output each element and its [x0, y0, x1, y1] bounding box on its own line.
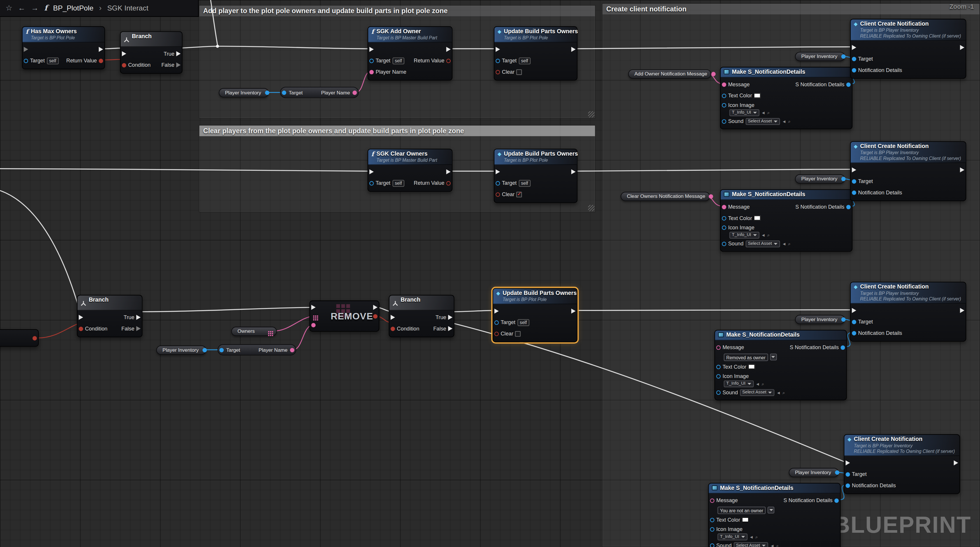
exec-in-pin[interactable]: [852, 45, 856, 50]
breadcrumb-root[interactable]: BP_PlotPole: [53, 4, 93, 12]
use-asset-icon[interactable]: ◄: [756, 382, 760, 386]
sound-pin[interactable]: [722, 119, 726, 123]
item-pin[interactable]: [311, 323, 315, 327]
false-exec-pin[interactable]: [136, 326, 140, 331]
node-client-create-notification-2[interactable]: ◆ Client Create Notification Target is B…: [850, 141, 966, 201]
self-literal[interactable]: self: [517, 319, 529, 326]
notification-details-pin[interactable]: [846, 483, 850, 488]
use-asset-icon[interactable]: ◄: [782, 241, 786, 246]
true-exec-pin[interactable]: [176, 51, 180, 56]
exec-in-pin[interactable]: [24, 47, 28, 52]
exec-out-pin[interactable]: [960, 45, 964, 50]
clear-checkbox[interactable]: [515, 331, 521, 336]
value-out-pin[interactable]: [202, 348, 207, 352]
find-asset-icon[interactable]: ⌕: [788, 119, 791, 123]
color-swatch[interactable]: [754, 93, 761, 98]
target-pin[interactable]: [496, 181, 500, 186]
sound-select[interactable]: Select Asset: [745, 118, 780, 125]
exec-in-pin[interactable]: [369, 169, 374, 174]
target-pin[interactable]: [852, 319, 856, 324]
node-has-max-owners[interactable]: f Has Max Owners Target is BP Plot Pole …: [22, 26, 105, 69]
notification-details-pin[interactable]: [852, 68, 856, 72]
forward-icon[interactable]: →: [31, 4, 39, 12]
node-make-notification-3[interactable]: Make S_NotificationDetails Message S Not…: [714, 330, 847, 400]
pill-owners[interactable]: Owners: [231, 327, 277, 336]
use-asset-icon[interactable]: ◄: [761, 110, 765, 114]
node-sgk-clear-owners[interactable]: f SGK Clear Owners Target is BP Master B…: [368, 149, 453, 192]
exec-in-pin[interactable]: [846, 460, 850, 465]
exec-out-pin[interactable]: [571, 169, 576, 174]
condition-pin[interactable]: [122, 63, 126, 67]
use-asset-icon[interactable]: ◄: [749, 534, 754, 539]
target-pin[interactable]: [369, 181, 374, 186]
texture-select[interactable]: T_Info_UI: [729, 231, 759, 238]
exec-out-pin[interactable]: [571, 47, 576, 52]
value-out-pin[interactable]: [841, 177, 846, 181]
node-client-create-notification-1[interactable]: ◆ Client Create Notification Target is B…: [850, 19, 966, 79]
target-pin[interactable]: [852, 57, 856, 61]
return-value-pin[interactable]: [373, 314, 378, 318]
node-partial-left[interactable]: [0, 329, 39, 347]
exec-in-pin[interactable]: [369, 47, 374, 52]
icon-image-pin[interactable]: [722, 103, 726, 107]
exec-in-pin[interactable]: [495, 309, 499, 314]
return-value-pin[interactable]: [99, 58, 103, 63]
details-out-pin[interactable]: [835, 498, 839, 503]
target-pin[interactable]: [24, 58, 28, 63]
target-pin[interactable]: [852, 179, 856, 183]
text-color-pin[interactable]: [722, 216, 726, 220]
clear-pin[interactable]: [496, 70, 500, 74]
details-out-pin[interactable]: [841, 345, 845, 349]
message-pin[interactable]: [710, 498, 714, 503]
texture-select[interactable]: T_Info_UI: [729, 109, 759, 116]
find-asset-icon[interactable]: ⌕: [783, 390, 785, 395]
node-get-player-name-1[interactable]: Target Player Name: [280, 87, 359, 98]
back-icon[interactable]: ←: [18, 4, 25, 12]
node-update-build-parts-1[interactable]: ◆ Update Build Parts Owners Target is BP…: [494, 26, 578, 81]
bool-out-pin[interactable]: [32, 336, 37, 340]
clear-checkbox[interactable]: [516, 69, 522, 75]
use-asset-icon[interactable]: ◄: [782, 119, 786, 123]
message-pin[interactable]: [722, 205, 726, 209]
exec-out-pin[interactable]: [954, 460, 958, 465]
pill-player-inventory-r2[interactable]: Player Inventory: [795, 174, 845, 184]
find-asset-icon[interactable]: ⌕: [756, 534, 758, 539]
true-exec-pin[interactable]: [448, 315, 453, 320]
pill-player-inventory-1[interactable]: Player Inventory: [219, 88, 269, 97]
false-exec-pin[interactable]: [448, 326, 453, 331]
pill-clear-owners-message[interactable]: Clear Owners Notification Message: [620, 192, 710, 201]
use-asset-icon[interactable]: ◄: [761, 233, 765, 237]
player-name-out-pin[interactable]: [290, 348, 294, 352]
node-make-notification-2[interactable]: Make S_NotificationDetails Message S Not…: [720, 189, 852, 252]
use-asset-icon[interactable]: ◄: [770, 543, 775, 547]
node-make-notification-1[interactable]: Make S_NotificationDetails Message S Not…: [720, 67, 852, 129]
player-name-pin[interactable]: [369, 70, 374, 74]
color-swatch[interactable]: [742, 517, 749, 522]
node-branch-bottom-2[interactable]: Branch True Condition False: [389, 295, 454, 338]
sound-pin[interactable]: [716, 390, 721, 395]
clear-checkbox-checked[interactable]: ✓: [516, 192, 522, 197]
self-literal[interactable]: self: [519, 57, 530, 64]
condition-pin[interactable]: [79, 327, 83, 331]
message-value-input[interactable]: Removed as owner: [724, 353, 768, 361]
pill-player-inventory-r4[interactable]: Player Inventory: [789, 468, 838, 477]
exec-out-pin[interactable]: [373, 305, 378, 310]
sound-pin[interactable]: [722, 241, 726, 246]
node-branch-top[interactable]: Branch True Condition False: [120, 31, 183, 74]
target-pin[interactable]: [369, 58, 374, 63]
pill-add-owner-message[interactable]: Add Owner Notification Message: [628, 69, 711, 79]
exec-in-pin[interactable]: [79, 315, 83, 320]
exec-in-pin[interactable]: [311, 305, 315, 310]
value-out-pin[interactable]: [835, 470, 839, 475]
text-color-pin[interactable]: [722, 93, 726, 98]
message-pin[interactable]: [722, 82, 726, 87]
value-out-pin[interactable]: [265, 90, 269, 95]
find-asset-icon[interactable]: ⌕: [788, 241, 791, 246]
notification-details-pin[interactable]: [852, 190, 856, 195]
false-exec-pin[interactable]: [176, 62, 180, 67]
text-color-pin[interactable]: [716, 365, 721, 369]
target-array-pin[interactable]: [313, 316, 314, 317]
color-swatch[interactable]: [754, 216, 761, 220]
pill-player-inventory-2[interactable]: Player Inventory: [156, 345, 206, 355]
value-out-pin[interactable]: [841, 317, 846, 322]
